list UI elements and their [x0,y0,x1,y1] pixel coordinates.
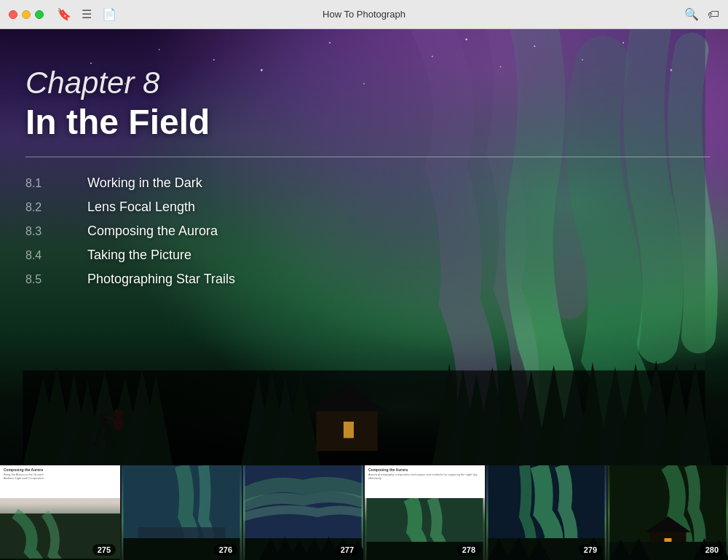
svg-point-7 [432,56,433,58]
toc-label-4: Taking the Picture [87,248,191,263]
page-badge-277: 277 [336,544,359,556]
document-icon[interactable]: 📄 [102,7,116,21]
toc-item-1[interactable]: 8.1 Working in the Dark [25,176,710,191]
chapter-number: Chapter 8 [25,66,710,100]
page-badge-275: 275 [92,544,116,556]
toc-number-4: 8.4 [25,249,47,262]
main-content: Chapter 8 In the Field 8.1 Working in th… [0,29,728,560]
svg-point-52 [114,409,123,418]
thumbnail-page-278[interactable]: Composing the Aurora Aurora photography … [365,465,485,560]
thumb-title-278: Composing the Aurora [368,468,481,472]
toc-list: 8.1 Working in the Dark 8.2 Lens Focal L… [25,176,710,287]
window-title: How To Photograph [323,9,405,20]
svg-point-10 [534,45,535,47]
toc-number-1: 8.1 [25,177,47,190]
minimize-button[interactable] [22,10,31,19]
chapter-title: In the Field [25,102,710,142]
svg-point-15 [213,59,215,60]
toc-label-3: Composing the Aurora [87,224,218,239]
svg-point-5 [329,42,331,44]
page-badge-280: 280 [700,544,724,556]
bookmarks-icon[interactable]: 🔖 [57,7,71,21]
titlebar-right: 🔍 🏷 [684,7,719,21]
thumb-text-body-278: Aurora photography composition technique… [368,473,481,480]
thumb-title-275: Composing the Aurora [4,468,116,472]
titlebar: 🔖 ☰ 📄 How To Photograph 🔍 🏷 [0,0,728,29]
list-icon[interactable]: ☰ [82,7,92,21]
titlebar-left: 🔖 ☰ 📄 [9,7,116,21]
maximize-button[interactable] [35,10,44,19]
svg-point-12 [622,42,624,44]
svg-point-11 [582,59,583,60]
thumbnail-strip: Composing the Aurora Bring the Aurora to… [0,465,728,560]
titlebar-left-icons: 🔖 ☰ 📄 [57,7,116,21]
thumb-text-278: Composing the Aurora Aurora photography … [365,465,485,498]
thumbnail-page-280[interactable]: 280 [608,465,728,560]
page-badge-276: 276 [214,544,237,556]
traffic-lights [9,10,44,19]
toc-label-2: Lens Focal Length [87,200,195,215]
page-badge-278: 278 [457,544,480,556]
thumb-text-body-275: Bring the Aurora to the GroundAmbient Li… [4,473,116,480]
toc-label-5: Photographing Star Trails [87,272,235,287]
toc-item-4[interactable]: 8.4 Taking the Picture [25,248,710,263]
close-button[interactable] [9,10,17,19]
svg-rect-46 [344,422,354,438]
search-icon[interactable]: 🔍 [684,7,699,21]
bookmark-icon[interactable]: 🏷 [708,8,719,21]
toc-item-3[interactable]: 8.3 Composing the Aurora [25,224,710,239]
svg-point-2 [90,63,92,64]
toc-label-1: Working in the Dark [87,176,202,191]
page-badge-279: 279 [579,544,602,556]
toc-number-3: 8.3 [25,225,47,238]
thumbnail-page-277[interactable]: 277 [243,465,363,560]
thumbnail-page-276[interactable]: 276 [122,465,242,560]
svg-point-8 [465,39,467,41]
chapter-divider [25,157,710,157]
toc-number-2: 8.2 [25,201,47,214]
toc-item-2[interactable]: 8.2 Lens Focal Length [25,200,710,215]
toc-item-5[interactable]: 8.5 Photographing Star Trails [25,272,710,287]
chapter-overlay: Chapter 8 In the Field 8.1 Working in th… [25,66,710,296]
svg-point-3 [159,49,160,50]
thumbnail-page-279[interactable]: 279 [486,465,606,560]
thumb-text-275: Composing the Aurora Bring the Aurora to… [0,465,120,498]
toc-number-5: 8.5 [25,273,47,286]
thumbnail-page-275[interactable]: Composing the Aurora Bring the Aurora to… [0,465,120,560]
